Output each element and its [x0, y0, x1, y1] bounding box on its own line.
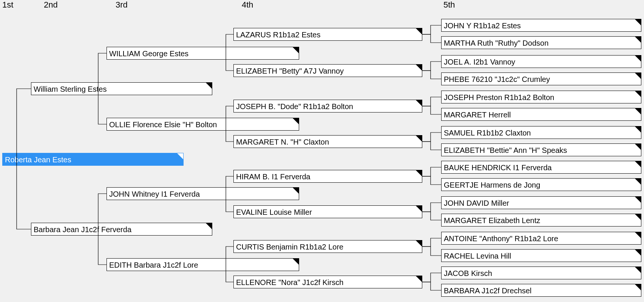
node-corner-icon	[293, 188, 299, 194]
node-corner-icon	[635, 126, 641, 133]
node-corner-icon	[416, 276, 422, 282]
person-g3-2[interactable]: JOHN Whitney I1 Ferverda	[107, 187, 299, 200]
person-g4-3[interactable]: MARGARET N. "H" Claxton	[233, 135, 422, 148]
person-g5-11[interactable]: MARGARET Elizabeth Lentz	[441, 214, 641, 226]
node-corner-icon	[635, 108, 641, 114]
person-name: HIRAM B. I1 Ferverda	[236, 173, 310, 181]
person-name: OLLIE Florence Elsie "H" Bolton	[109, 120, 217, 129]
gen-header-3: 3rd	[116, 0, 128, 10]
node-corner-icon	[635, 250, 641, 256]
person-g2-1[interactable]: Barbara Jean J1c2f Ferverda	[31, 223, 212, 236]
node-corner-icon	[416, 65, 422, 71]
person-name: JOHN DAVID Miller	[444, 199, 509, 207]
person-g5-9[interactable]: GEERTJE Harmens de Jong	[441, 178, 641, 191]
person-name: MARGARET N. "H" Claxton	[236, 138, 329, 146]
person-g5-14[interactable]: JACOB Kirsch	[441, 267, 641, 279]
node-corner-icon	[635, 37, 641, 43]
person-name: William Sterling Estes	[34, 85, 107, 93]
person-g5-4[interactable]: JOSEPH Preston R1b1a2 Bolton	[441, 91, 641, 103]
person-name: EDITH Barbara J1c2f Lore	[109, 261, 198, 269]
person-g4-7[interactable]: ELLENORE "Nora" J1c2f Kirsch	[233, 276, 422, 288]
node-corner-icon	[206, 83, 212, 89]
person-name: BAUKE HENDRICK I1 Ferverda	[444, 163, 552, 172]
person-g5-10[interactable]: JOHN DAVID Miller	[441, 196, 641, 209]
person-name: Roberta Jean Estes	[5, 156, 71, 164]
node-corner-icon	[635, 55, 641, 62]
person-name: BARBARA J1c2f Drechsel	[444, 287, 531, 295]
person-g4-2[interactable]: JOSEPH B. "Dode" R1b1a2 Bolton	[233, 100, 422, 112]
person-g4-6[interactable]: CURTIS Benjamin R1b1a2 Lore	[233, 240, 422, 253]
node-corner-icon	[635, 267, 641, 273]
gen-header-4: 4th	[242, 0, 253, 10]
person-g5-12[interactable]: ANTOINE "Anthony" R1b1a2 Lore	[441, 232, 641, 245]
person-g5-5[interactable]: MARGARET Herrell	[441, 108, 641, 121]
person-g5-3[interactable]: PHEBE 76210 "J1c2c" Crumley	[441, 72, 641, 85]
person-g5-2[interactable]: JOEL A. I2b1 Vannoy	[441, 55, 641, 68]
person-name: WILLIAM George Estes	[109, 49, 188, 58]
node-corner-icon	[416, 240, 422, 247]
person-name: MARGARET Elizabeth Lentz	[444, 216, 540, 225]
person-g5-1[interactable]: MARTHA Ruth "Ruthy" Dodson	[441, 36, 641, 49]
person-name: ELIZABETH "Bettie" Ann "H" Speaks	[444, 146, 567, 154]
person-name: RACHEL Levina Hill	[444, 252, 511, 260]
person-g5-8[interactable]: BAUKE HENDRICK I1 Ferverda	[441, 161, 641, 174]
person-g3-1[interactable]: OLLIE Florence Elsie "H" Bolton	[107, 118, 299, 131]
person-g5-15[interactable]: BARBARA J1c2f Drechsel	[441, 284, 641, 297]
node-corner-icon	[635, 179, 641, 185]
person-name: Barbara Jean J1c2f Ferverda	[34, 225, 131, 234]
person-name: SAMUEL R1b1b2 Claxton	[444, 129, 531, 137]
node-corner-icon	[416, 170, 422, 176]
node-corner-icon	[416, 28, 422, 34]
person-name: JOEL A. I2b1 Vannoy	[444, 58, 515, 66]
person-g2-0[interactable]: William Sterling Estes	[31, 82, 212, 95]
node-corner-icon	[635, 144, 641, 150]
person-name: GEERTJE Harmens de Jong	[444, 181, 540, 189]
node-corner-icon	[635, 214, 641, 220]
person-name: PHEBE 76210 "J1c2c" Crumley	[444, 75, 550, 83]
node-corner-icon	[416, 206, 422, 212]
person-name: ANTOINE "Anthony" R1b1a2 Lore	[444, 234, 558, 243]
person-g5-6[interactable]: SAMUEL R1b1b2 Claxton	[441, 126, 641, 139]
node-corner-icon	[177, 153, 183, 159]
person-name: JACOB Kirsch	[444, 269, 492, 277]
node-corner-icon	[635, 19, 641, 25]
node-corner-icon	[293, 47, 299, 53]
person-g4-5[interactable]: EVALINE Louise Miller	[233, 205, 422, 218]
person-g5-0[interactable]: JOHN Y R1b1a2 Estes	[441, 19, 641, 32]
person-name: JOSEPH Preston R1b1a2 Bolton	[444, 93, 554, 102]
person-root[interactable]: Roberta Jean Estes	[2, 153, 184, 166]
node-corner-icon	[293, 259, 299, 265]
gen-header-5: 5th	[443, 0, 455, 10]
person-g4-4[interactable]: HIRAM B. I1 Ferverda	[233, 170, 422, 183]
person-name: MARTHA Ruth "Ruthy" Dodson	[444, 39, 548, 47]
person-name: ELLENORE "Nora" J1c2f Kirsch	[236, 278, 343, 287]
gen-header-1: 1st	[2, 0, 13, 10]
person-name: CURTIS Benjamin R1b1a2 Lore	[236, 243, 343, 251]
person-name: MARGARET Herrell	[444, 111, 511, 119]
person-g3-3[interactable]: EDITH Barbara J1c2f Lore	[107, 258, 299, 271]
node-corner-icon	[416, 100, 422, 106]
node-corner-icon	[635, 232, 641, 238]
family-tree: { "headers": {"g1":"1st","g2":"2nd","g3"…	[0, 0, 644, 302]
person-name: EVALINE Louise Miller	[236, 208, 312, 216]
person-name: LAZARUS R1b1a2 Estes	[236, 31, 320, 39]
node-corner-icon	[206, 223, 212, 229]
node-corner-icon	[635, 284, 641, 290]
node-corner-icon	[293, 118, 299, 124]
node-corner-icon	[635, 161, 641, 167]
node-corner-icon	[635, 197, 641, 203]
node-corner-icon	[635, 91, 641, 97]
person-g4-0[interactable]: LAZARUS R1b1a2 Estes	[233, 28, 422, 41]
node-corner-icon	[416, 136, 422, 142]
gen-header-2: 2nd	[44, 0, 58, 10]
person-name: JOHN Whitney I1 Ferverda	[109, 190, 200, 198]
node-corner-icon	[635, 73, 641, 79]
person-g3-0[interactable]: WILLIAM George Estes	[107, 47, 299, 60]
person-g5-13[interactable]: RACHEL Levina Hill	[441, 249, 641, 262]
person-name: ELIZABETH "Betty" A7J Vannoy	[236, 67, 344, 75]
person-g5-7[interactable]: ELIZABETH "Bettie" Ann "H" Speaks	[441, 143, 641, 156]
person-name: JOSEPH B. "Dode" R1b1a2 Bolton	[236, 102, 353, 111]
person-name: JOHN Y R1b1a2 Estes	[444, 22, 521, 30]
person-g4-1[interactable]: ELIZABETH "Betty" A7J Vannoy	[233, 64, 422, 77]
